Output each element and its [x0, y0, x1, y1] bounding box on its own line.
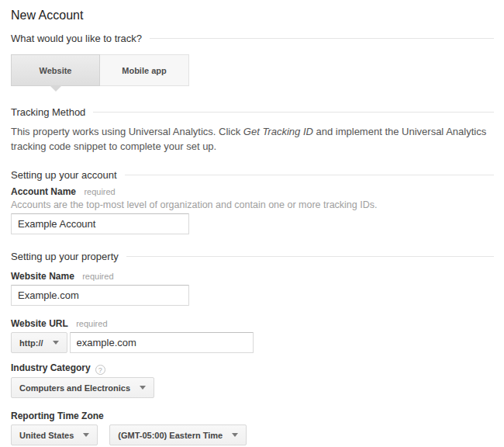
- website-name-label-row: Website Name required: [11, 271, 496, 282]
- tab-mobile-app-label: Mobile app: [122, 66, 166, 75]
- website-url-label: Website URL: [11, 318, 68, 329]
- industry-category-label: Industry Category: [11, 362, 91, 373]
- tracking-method-description: This property works using Universal Anal…: [11, 124, 498, 154]
- section-account-setup: Setting up your account: [11, 169, 496, 181]
- industry-category-label-row: Industry Category?: [11, 362, 496, 375]
- account-name-label: Account Name: [11, 186, 76, 197]
- description-text: This property works using Universal Anal…: [11, 126, 243, 137]
- page-title: New Account: [11, 8, 496, 23]
- section-property-setup-title: Setting up your property: [11, 251, 119, 262]
- section-property-setup: Setting up your property: [11, 251, 496, 262]
- time-zone-dropdown[interactable]: (GMT-05:00) Eastern Time: [109, 424, 247, 445]
- account-name-help-text: Accounts are the top-most level of organ…: [11, 199, 496, 211]
- time-zone-value: (GMT-05:00) Eastern Time: [118, 431, 223, 440]
- tab-website[interactable]: Website: [11, 54, 100, 86]
- section-divider: [93, 112, 494, 113]
- section-account-setup-title: Setting up your account: [11, 169, 117, 181]
- chevron-down-icon: [232, 433, 238, 437]
- url-protocol-dropdown[interactable]: http://: [11, 332, 67, 353]
- industry-category-dropdown[interactable]: Computers and Electronics: [11, 377, 154, 398]
- get-tracking-id-emphasis: Get Tracking ID: [243, 126, 313, 137]
- section-divider: [150, 38, 494, 39]
- website-url-row: http://: [11, 330, 496, 353]
- reporting-time-zone-label: Reporting Time Zone: [11, 411, 104, 421]
- chevron-down-icon: [140, 386, 146, 390]
- section-track: What would you like to track?: [11, 33, 496, 44]
- required-badge: required: [84, 187, 115, 196]
- website-name-input[interactable]: [11, 285, 189, 306]
- time-zone-row: United States (GMT-05:00) Eastern Time: [11, 422, 496, 445]
- country-dropdown[interactable]: United States: [11, 424, 98, 445]
- website-url-label-row: Website URL required: [11, 318, 496, 330]
- required-badge: required: [82, 272, 113, 281]
- section-tracking-method-title: Tracking Method: [11, 106, 85, 118]
- website-url-input[interactable]: [70, 332, 254, 353]
- track-type-tabs: Website Mobile app: [11, 54, 496, 86]
- website-name-label: Website Name: [11, 271, 74, 282]
- chevron-down-icon: [53, 341, 59, 345]
- help-icon[interactable]: ?: [95, 365, 105, 375]
- new-account-page: New Account What would you like to track…: [0, 0, 504, 445]
- section-tracking-method: Tracking Method: [11, 106, 496, 118]
- account-name-label-row: Account Name required: [11, 186, 496, 198]
- industry-category-value: Computers and Electronics: [19, 383, 130, 393]
- reporting-time-zone-label-row: Reporting Time Zone: [11, 411, 496, 422]
- required-badge: required: [76, 319, 107, 328]
- section-track-title: What would you like to track?: [11, 33, 142, 44]
- section-divider: [125, 175, 494, 175]
- account-name-input[interactable]: [11, 213, 189, 234]
- country-value: United States: [19, 431, 74, 440]
- tab-mobile-app[interactable]: Mobile app: [100, 54, 189, 86]
- chevron-down-icon: [83, 433, 89, 437]
- tab-website-label: Website: [40, 66, 72, 75]
- url-protocol-value: http://: [19, 338, 43, 348]
- section-divider: [126, 256, 494, 257]
